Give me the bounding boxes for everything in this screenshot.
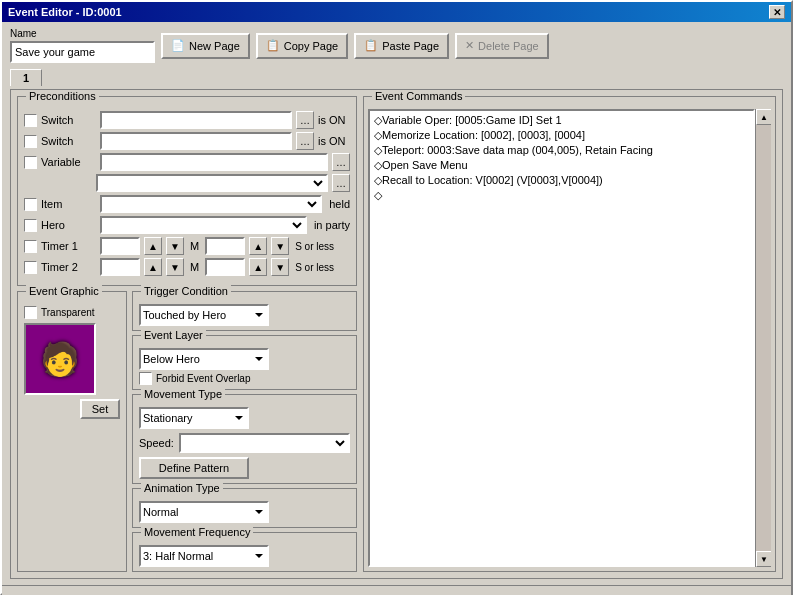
variable-compare-row: …: [24, 174, 350, 192]
switch2-label: Switch: [41, 135, 96, 147]
switch1-label: Switch: [41, 114, 96, 126]
variable-browse-btn[interactable]: …: [332, 153, 350, 171]
status-bar: ♪: [2, 585, 791, 595]
speed-label: Speed:: [139, 437, 175, 449]
switch1-checkbox[interactable]: [24, 114, 37, 127]
hero-select[interactable]: [100, 216, 307, 234]
transparent-label: Transparent: [41, 307, 95, 318]
timer1-suffix: S or less: [295, 241, 334, 252]
switch2-is-on: is ON: [318, 135, 350, 147]
main-area: Preconditions Switch … is ON Switch: [10, 89, 783, 579]
forbid-overlap-row: Forbid Event Overlap: [139, 372, 350, 385]
transparent-checkbox[interactable]: [24, 306, 37, 319]
switch1-browse-btn[interactable]: …: [296, 111, 314, 129]
window-title: Event Editor - ID:0001: [8, 6, 122, 18]
variable-input[interactable]: [100, 153, 328, 171]
command-item[interactable]: ◇Recall to Location: V[0002] (V[0003],V[…: [372, 173, 751, 188]
timer1-row: Timer 1 ▲ ▼ M ▲ ▼ S or less: [24, 237, 350, 255]
switch2-input[interactable]: [100, 132, 292, 150]
event-layer-select[interactable]: Below Hero Same as Hero Above Hero: [139, 348, 269, 370]
movement-type-select[interactable]: Stationary Random Move Follow Hero: [139, 407, 249, 429]
variable-checkbox[interactable]: [24, 156, 37, 169]
copy-page-button[interactable]: 📋 Copy Page: [256, 33, 348, 59]
define-pattern-button[interactable]: Define Pattern: [139, 457, 249, 479]
right-panel: Event Commands ◇Variable Oper: [0005:Gam…: [363, 96, 776, 572]
variable-label: Variable: [41, 156, 96, 168]
event-graphic-label: Event Graphic: [26, 285, 102, 297]
variable-val-btn[interactable]: …: [332, 174, 350, 192]
preconditions-group: Preconditions Switch … is ON Switch: [17, 96, 357, 286]
timer1-checkbox[interactable]: [24, 240, 37, 253]
timer1-sec-up[interactable]: ▲: [249, 237, 267, 255]
event-layer-group: Event Layer Below Hero Same as Hero Abov…: [132, 335, 357, 390]
delete-page-button[interactable]: ✕ Delete Page: [455, 33, 549, 59]
close-button[interactable]: ✕: [769, 5, 785, 19]
switch2-checkbox[interactable]: [24, 135, 37, 148]
switch1-input[interactable]: [100, 111, 292, 129]
command-item[interactable]: ◇Memorize Location: [0002], [0003], [000…: [372, 128, 751, 143]
name-input[interactable]: [10, 41, 155, 63]
graphic-preview[interactable]: 🧑: [24, 323, 96, 395]
variable-compare-select[interactable]: [96, 174, 328, 192]
timer2-checkbox[interactable]: [24, 261, 37, 274]
command-item[interactable]: ◇Teleport: 0003:Save data map (004,005),…: [372, 143, 751, 158]
timer1-sec-down[interactable]: ▼: [271, 237, 289, 255]
commands-scrollbar[interactable]: ▲ ▼: [755, 109, 771, 567]
event-commands-label: Event Commands: [372, 90, 465, 102]
paste-page-icon: 📋: [364, 39, 378, 52]
movement-freq-group: Movement Frequency 1: Slowest 2: Slow 3:…: [132, 532, 357, 572]
item-select[interactable]: [100, 195, 322, 213]
switch2-browse-btn[interactable]: …: [296, 132, 314, 150]
movement-type-label: Movement Type: [141, 388, 225, 400]
preconditions-label: Preconditions: [26, 90, 99, 102]
new-page-icon: 📄: [171, 39, 185, 52]
hero-suffix: in party: [314, 219, 350, 231]
timer2-sec-down[interactable]: ▼: [271, 258, 289, 276]
command-item[interactable]: ◇Variable Oper: [0005:Game ID] Set 1: [372, 113, 751, 128]
trigger-condition-label: Trigger Condition: [141, 285, 231, 297]
animation-type-group: Animation Type Normal Fixed: [132, 488, 357, 528]
scroll-track: [756, 125, 771, 551]
timer2-down[interactable]: ▼: [166, 258, 184, 276]
hero-row: Hero in party: [24, 216, 350, 234]
hero-checkbox[interactable]: [24, 219, 37, 232]
hero-label: Hero: [41, 219, 96, 231]
command-item[interactable]: ◇Open Save Menu: [372, 158, 751, 173]
forbid-overlap-label: Forbid Event Overlap: [156, 373, 251, 384]
bottom-left: Event Graphic Transparent 🧑 Set: [17, 291, 357, 572]
new-page-button[interactable]: 📄 New Page: [161, 33, 250, 59]
paste-page-button[interactable]: 📋 Paste Page: [354, 33, 449, 59]
forbid-overlap-checkbox[interactable]: [139, 372, 152, 385]
trigger-condition-select[interactable]: Touched by Hero Below Hero Normal: [139, 304, 269, 326]
title-bar: Event Editor - ID:0001 ✕: [2, 2, 791, 22]
timer2-sec-up[interactable]: ▲: [249, 258, 267, 276]
left-panel: Preconditions Switch … is ON Switch: [17, 96, 357, 572]
scroll-up-btn[interactable]: ▲: [756, 109, 771, 125]
command-item[interactable]: ◇: [372, 188, 751, 203]
commands-list[interactable]: ◇Variable Oper: [0005:Game ID] Set 1◇Mem…: [368, 109, 755, 567]
name-group: Name: [10, 28, 155, 63]
timer1-up[interactable]: ▲: [144, 237, 162, 255]
timer2-m: M: [190, 261, 199, 273]
timer1-sec-input[interactable]: [205, 237, 245, 255]
timer1-down[interactable]: ▼: [166, 237, 184, 255]
timer2-val-input[interactable]: [100, 258, 140, 276]
status-icon: ♪: [8, 590, 15, 596]
event-editor-window: Event Editor - ID:0001 ✕ Name 📄 New Page…: [0, 0, 793, 595]
timer1-label: Timer 1: [41, 240, 96, 252]
toolbar-row: Name 📄 New Page 📋 Copy Page 📋 Paste Page…: [10, 28, 783, 63]
right-settings: Trigger Condition Touched by Hero Below …: [132, 291, 357, 572]
set-button[interactable]: Set: [80, 399, 120, 419]
item-checkbox[interactable]: [24, 198, 37, 211]
item-suffix: held: [329, 198, 350, 210]
speed-select[interactable]: [179, 433, 350, 453]
timer1-val-input[interactable]: [100, 237, 140, 255]
tab-1[interactable]: 1: [10, 69, 42, 86]
scroll-down-btn[interactable]: ▼: [756, 551, 771, 567]
movement-freq-select[interactable]: 1: Slowest 2: Slow 3: Half Normal 4: Nor…: [139, 545, 269, 567]
switch2-row: Switch … is ON: [24, 132, 350, 150]
animation-type-select[interactable]: Normal Fixed: [139, 501, 269, 523]
animation-type-label: Animation Type: [141, 482, 223, 494]
timer2-sec-input[interactable]: [205, 258, 245, 276]
timer2-up[interactable]: ▲: [144, 258, 162, 276]
